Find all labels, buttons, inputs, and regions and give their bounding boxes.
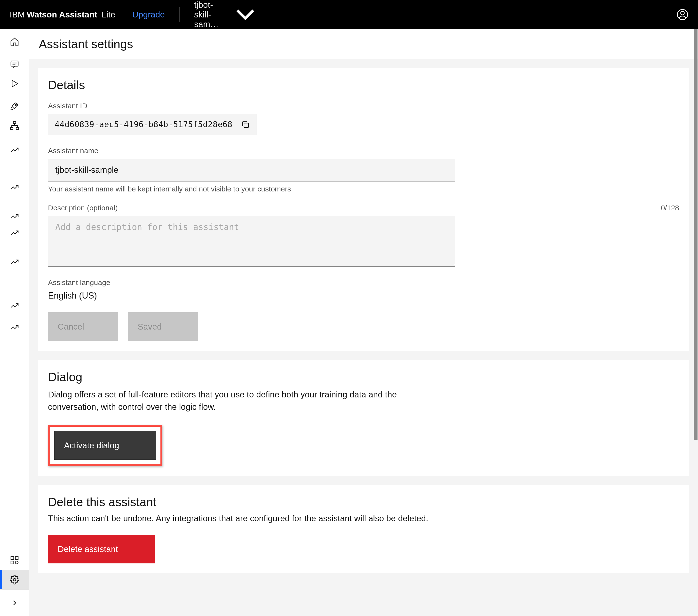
nav-home[interactable] [0, 32, 29, 51]
copy-id-button[interactable] [241, 120, 250, 129]
analytics-icon [10, 301, 19, 310]
delete-heading: Delete this assistant [48, 495, 679, 509]
play-icon [10, 79, 19, 88]
nav-integrations[interactable] [0, 550, 29, 570]
svg-marker-5 [12, 81, 18, 87]
tutorial-highlight: Activate dialog [48, 425, 163, 466]
chevron-down-icon [229, 0, 261, 30]
underline-icon [11, 159, 18, 164]
rocket-icon [10, 101, 19, 111]
plan-badge: Lite [101, 10, 115, 19]
dialog-card: Dialog Dialog offers a set of full-featu… [38, 360, 689, 476]
nav-settings[interactable] [0, 570, 29, 589]
analytics-icon [10, 182, 19, 192]
copy-icon [241, 120, 250, 129]
nav-analytics-4[interactable] [0, 223, 29, 242]
nav-publish[interactable] [0, 96, 29, 116]
chat-icon [10, 59, 19, 69]
svg-rect-13 [11, 561, 14, 564]
nav-sep [6, 137, 23, 137]
page-title: Assistant settings [39, 37, 133, 51]
svg-rect-2 [11, 61, 18, 66]
upgrade-link[interactable]: Upgrade [132, 10, 165, 19]
hierarchy-icon [10, 121, 19, 130]
description-count: 0/128 [661, 204, 679, 212]
gear-icon [10, 575, 19, 585]
nav-analytics-6[interactable] [0, 296, 29, 315]
svg-rect-11 [11, 557, 14, 560]
dialog-heading: Dialog [48, 370, 679, 384]
language-label: Assistant language [48, 278, 679, 287]
svg-rect-12 [15, 557, 18, 560]
skill-switcher[interactable]: tjbot-skill-sam… [194, 0, 261, 30]
analytics-icon [10, 323, 19, 332]
nav-sep [6, 95, 23, 95]
svg-rect-8 [11, 127, 13, 129]
user-avatar-button[interactable] [677, 9, 688, 20]
header-divider [179, 7, 180, 22]
brand: IBM Watson Assistant [10, 10, 97, 19]
delete-card: Delete this assistant This action can't … [38, 485, 689, 573]
svg-point-15 [13, 578, 16, 581]
nav-analytics-5[interactable] [0, 252, 29, 272]
brand-prefix: IBM [10, 10, 25, 19]
main-area: Assistant settings Details Assistant ID … [29, 29, 698, 616]
page-title-bar: Assistant settings [29, 29, 698, 59]
integrations-icon [10, 556, 19, 565]
top-header: IBM Watson Assistant Lite Upgrade tjbot-… [0, 0, 698, 29]
delete-description: This action can't be undone. Any integra… [48, 514, 679, 523]
assistant-name-label: Assistant name [48, 146, 679, 155]
description-textarea[interactable] [48, 216, 455, 267]
scrollbar-thumb[interactable] [694, 29, 698, 440]
assistant-id-box: 44d60839-aec5-4196-b84b-5175f5d28e68 [48, 114, 257, 135]
assistant-id-value: 44d60839-aec5-4196-b84b-5175f5d28e68 [55, 120, 233, 129]
analytics-icon [10, 212, 19, 221]
brand-main: Watson Assistant [27, 10, 97, 19]
saved-button: Saved [128, 312, 198, 341]
description-label: Description (optional) [48, 204, 118, 212]
nav-expand-toggle[interactable] [0, 589, 29, 616]
language-value: English (US) [48, 291, 679, 301]
skill-switcher-label: tjbot-skill-sam… [194, 0, 223, 29]
svg-point-6 [15, 104, 16, 106]
svg-point-14 [15, 561, 18, 564]
nav-chat[interactable] [0, 55, 29, 74]
content-scroll[interactable]: Details Assistant ID 44d60839-aec5-4196-… [29, 59, 698, 616]
nav-analytics-7[interactable] [0, 318, 29, 337]
svg-point-1 [681, 11, 684, 15]
assistant-id-label: Assistant ID [48, 102, 679, 110]
assistant-name-input[interactable] [48, 159, 455, 182]
details-heading: Details [48, 78, 679, 92]
home-icon [10, 37, 19, 46]
nav-analytics-1b[interactable] [0, 156, 29, 168]
analytics-icon [10, 228, 19, 238]
assistant-name-helper: Your assistant name will be kept interna… [48, 185, 679, 193]
user-avatar-icon [677, 9, 688, 20]
svg-rect-9 [16, 127, 18, 129]
delete-assistant-button[interactable]: Delete assistant [48, 535, 155, 563]
nav-environments[interactable] [0, 116, 29, 135]
dialog-description: Dialog offers a set of full-feature edit… [48, 389, 416, 413]
details-button-row: Cancel Saved [48, 312, 679, 341]
svg-rect-16 [244, 123, 248, 127]
details-card: Details Assistant ID 44d60839-aec5-4196-… [38, 68, 689, 351]
cancel-button: Cancel [48, 312, 118, 341]
left-nav [0, 29, 29, 616]
nav-analytics-2[interactable] [0, 178, 29, 197]
scrollbar-track[interactable] [693, 29, 698, 616]
analytics-icon [10, 145, 19, 155]
chevron-right-icon [10, 599, 19, 607]
analytics-icon [10, 257, 19, 267]
activate-dialog-button[interactable]: Activate dialog [54, 431, 156, 460]
nav-preview[interactable] [0, 74, 29, 93]
svg-rect-7 [13, 122, 16, 123]
